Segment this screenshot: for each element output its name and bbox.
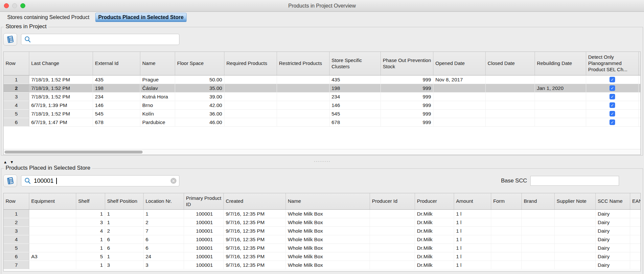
table-row[interactable]: 27/18/19, 1:52 PM198Čáslav35.00198999Jan… (4, 84, 640, 93)
table-cell[interactable] (224, 93, 277, 101)
table-cell[interactable]: 198 (330, 84, 381, 93)
split-pane-divider[interactable]: ▲ ▼ ········· (0, 156, 644, 168)
table-cell[interactable]: Dr.Milk (415, 261, 454, 269)
checked-checkbox[interactable]: ✓ (610, 111, 615, 116)
column-header[interactable]: Floor Space (175, 52, 224, 75)
checkbox-cell[interactable]: ✓ (586, 118, 639, 127)
table-cell[interactable]: 3 (105, 261, 144, 269)
table-cell[interactable] (29, 235, 76, 244)
column-header[interactable]: Shelf Position (105, 193, 144, 209)
table-cell[interactable]: 999 (381, 118, 433, 127)
table-cell[interactable]: 234 (93, 93, 140, 101)
table-cell[interactable]: 146 (93, 101, 140, 110)
row-number-cell[interactable]: 5 (4, 110, 29, 118)
table-cell[interactable] (29, 218, 76, 227)
table-cell[interactable]: 678 (330, 118, 381, 127)
table-cell[interactable]: 1 l (454, 261, 491, 269)
clipped-column-cell[interactable] (639, 84, 641, 93)
collapse-up-button[interactable]: ▲ (3, 160, 7, 164)
table-cell[interactable]: 100001 (184, 227, 224, 235)
checkbox-cell[interactable]: ✓ (586, 84, 639, 93)
horizontal-scrollbar[interactable] (4, 149, 640, 155)
table-cell[interactable] (491, 244, 522, 252)
table-cell[interactable] (522, 244, 555, 252)
row-number-cell[interactable]: 3 (4, 227, 29, 235)
table-cell[interactable]: 435 (330, 75, 381, 84)
table-cell[interactable] (555, 235, 596, 244)
table-cell[interactable] (535, 118, 586, 127)
table-cell[interactable] (491, 252, 522, 261)
table-cell[interactable]: 4 (76, 227, 105, 235)
table-cell[interactable]: Dairy (596, 252, 630, 261)
row-number-cell[interactable]: 1 (4, 210, 29, 218)
table-row[interactable]: 71331000019/7/16, 12:35 PMWhole Milk Box… (4, 261, 640, 269)
table-cell[interactable]: 100001 (184, 252, 224, 261)
row-number-cell[interactable]: 3 (4, 93, 29, 101)
table-cell[interactable]: 1 l (454, 227, 491, 235)
table-cell[interactable]: 1 (105, 210, 144, 218)
table-cell[interactable] (370, 252, 415, 261)
scrollbar-thumb[interactable] (5, 151, 143, 154)
table-cell[interactable] (277, 75, 330, 84)
table-cell[interactable] (29, 227, 76, 235)
table-cell[interactable]: 100001 (184, 261, 224, 269)
table-cell[interactable]: 100001 (184, 244, 224, 252)
column-header[interactable]: Form (491, 193, 522, 209)
table-columns-button[interactable] (3, 175, 17, 187)
table-cell[interactable]: 35.00 (175, 84, 224, 93)
table-cell[interactable]: 9/7/16, 12:35 PM (224, 218, 286, 227)
table-cell[interactable]: Whole Milk Box (286, 252, 370, 261)
zoom-button[interactable] (20, 3, 25, 8)
table-cell[interactable] (491, 235, 522, 244)
table-cell[interactable] (522, 227, 555, 235)
column-header[interactable]: Equipment (29, 193, 76, 209)
table-cell[interactable] (370, 218, 415, 227)
minimize-button[interactable] (12, 3, 17, 8)
splitter-handle-icon[interactable]: ········· (314, 158, 331, 164)
checked-checkbox[interactable]: ✓ (610, 94, 615, 99)
table-cell[interactable]: Dairy (596, 210, 630, 218)
table-cell[interactable]: 9/7/16, 12:35 PM (224, 244, 286, 252)
table-cell[interactable] (522, 261, 555, 269)
table-cell[interactable] (370, 227, 415, 235)
table-cell[interactable] (522, 235, 555, 244)
table-cell[interactable] (630, 218, 641, 227)
table-cell[interactable] (486, 75, 535, 84)
table-cell[interactable]: 545 (93, 110, 140, 118)
table-row[interactable]: 46/7/19, 1:39 PM146Brno42.00146999✓ (4, 101, 640, 110)
table-cell[interactable]: 9/7/16, 12:35 PM (224, 227, 286, 235)
table-cell[interactable]: 3 (76, 218, 105, 227)
table-cell[interactable]: 50.00 (175, 75, 224, 84)
row-number-cell[interactable]: 6 (4, 118, 29, 127)
column-header[interactable]: Brand (522, 193, 555, 209)
table-cell[interactable]: A3 (29, 252, 76, 261)
table-cell[interactable]: 39.00 (175, 93, 224, 101)
table-cell[interactable] (433, 101, 486, 110)
table-cell[interactable]: 9/7/16, 12:35 PM (224, 252, 286, 261)
base-scc-input[interactable] (530, 176, 619, 186)
table-cell[interactable]: Dairy (596, 261, 630, 269)
table-row[interactable]: 57/18/19, 1:52 PM545Kolín36.00545999✓ (4, 110, 640, 118)
table-cell[interactable] (630, 261, 641, 269)
table-cell[interactable]: 36.00 (175, 110, 224, 118)
table-row[interactable]: 17/18/19, 1:52 PM435Prague50.00435999Nov… (4, 75, 640, 84)
table-cell[interactable]: 6/7/19, 1:47 PM (29, 118, 93, 127)
table-cell[interactable] (630, 252, 641, 261)
table-cell[interactable] (535, 101, 586, 110)
column-header[interactable]: Rebuilding Date (535, 52, 586, 75)
table-cell[interactable] (277, 101, 330, 110)
table-cell[interactable] (630, 235, 641, 244)
table-cell[interactable]: 100001 (184, 235, 224, 244)
table-cell[interactable] (491, 227, 522, 235)
table-cell[interactable]: 1 l (454, 252, 491, 261)
clear-search-button[interactable]: ✕ (171, 178, 176, 184)
column-header[interactable]: External Id (93, 52, 140, 75)
table-cell[interactable]: 46.00 (175, 118, 224, 127)
table-cell[interactable]: 6 (105, 235, 144, 244)
table-cell[interactable]: Dr.Milk (415, 252, 454, 261)
table-cell[interactable]: 6/7/19, 1:39 PM (29, 101, 93, 110)
column-header[interactable]: Row (4, 193, 29, 209)
table-cell[interactable]: 6 (105, 244, 144, 252)
column-header[interactable]: EAN (630, 193, 641, 209)
column-header[interactable]: Shelf (76, 193, 105, 209)
